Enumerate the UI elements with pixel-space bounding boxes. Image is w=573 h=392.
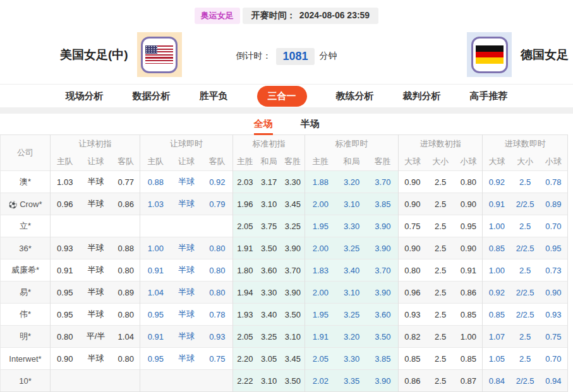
- odds-cell[interactable]: 2.00: [305, 237, 336, 259]
- odds-cell[interactable]: 0.92: [483, 282, 511, 304]
- nav-tab-5[interactable]: 教练分析: [336, 90, 374, 102]
- odds-cell[interactable]: 2.00: [305, 282, 336, 304]
- odds-cell[interactable]: 1.00: [140, 237, 171, 259]
- odds-cell[interactable]: 1.07: [483, 326, 511, 348]
- nav-tab-1[interactable]: 现场分析: [66, 90, 104, 102]
- odds-cell[interactable]: 3.90: [368, 237, 399, 259]
- odds-cell[interactable]: 2.5: [511, 326, 540, 348]
- odds-cell[interactable]: 2.5: [511, 215, 540, 237]
- odds-cell[interactable]: 半球: [171, 348, 202, 370]
- odds-cell[interactable]: 2/2.5: [511, 304, 540, 326]
- odds-cell[interactable]: 3.40: [336, 259, 368, 282]
- odds-cell[interactable]: 3.10: [336, 282, 368, 304]
- odds-cell[interactable]: 半球: [171, 326, 202, 348]
- odds-cell[interactable]: 1.05: [483, 348, 511, 370]
- odds-cell[interactable]: 3.90: [368, 282, 399, 304]
- odds-cell[interactable]: 0.80: [202, 282, 233, 304]
- odds-cell[interactable]: 3.10: [336, 193, 368, 215]
- odds-cell[interactable]: 1.91: [305, 326, 336, 348]
- odds-cell[interactable]: 1.03: [140, 193, 171, 215]
- odds-cell[interactable]: 0.90: [540, 282, 568, 304]
- odds-cell[interactable]: 2/2.5: [511, 370, 540, 392]
- odds-cell[interactable]: 0.78: [202, 304, 233, 326]
- odds-cell[interactable]: 2/2.5: [511, 282, 540, 304]
- odds-cell[interactable]: 2.02: [305, 370, 336, 392]
- odds-cell[interactable]: 2.5: [511, 348, 540, 370]
- odds-cell[interactable]: 0.95: [140, 304, 171, 326]
- odds-cell[interactable]: 0.80: [202, 237, 233, 259]
- odds-cell[interactable]: 3.85: [368, 348, 399, 370]
- odds-cell[interactable]: 1.88: [305, 171, 336, 193]
- odds-cell[interactable]: 1.83: [305, 259, 336, 282]
- odds-cell[interactable]: 3.90: [368, 370, 399, 392]
- nav-tab-4[interactable]: 三合一: [257, 86, 307, 107]
- odds-cell[interactable]: 2.05: [305, 348, 336, 370]
- odds-cell[interactable]: 3.60: [368, 304, 399, 326]
- odds-cell[interactable]: 0.75: [540, 326, 568, 348]
- column-header: 大小: [426, 153, 455, 171]
- subtab-2[interactable]: 半场: [301, 118, 320, 133]
- odds-cell[interactable]: 0.93: [202, 326, 233, 348]
- odds-cell[interactable]: 0.95: [140, 348, 171, 370]
- odds-cell[interactable]: 0.70: [540, 215, 568, 237]
- odds-cell[interactable]: 0.70: [540, 348, 568, 370]
- odds-cell[interactable]: 0.84: [483, 370, 511, 392]
- odds-cell[interactable]: 半球: [171, 237, 202, 259]
- odds-cell[interactable]: 0.94: [540, 370, 568, 392]
- odds-cell[interactable]: 3.70: [368, 171, 399, 193]
- column-header: 主队: [51, 153, 80, 171]
- odds-cell[interactable]: 3.30: [336, 348, 368, 370]
- odds-cell[interactable]: 1.95: [305, 304, 336, 326]
- subtab-1[interactable]: 全场: [254, 118, 273, 135]
- odds-cell[interactable]: 0.92: [202, 171, 233, 193]
- odds-cell[interactable]: 1.00: [483, 259, 511, 282]
- nav-tab-7[interactable]: 高手推荐: [470, 90, 508, 102]
- odds-cell[interactable]: 半球: [171, 171, 202, 193]
- odds-cell[interactable]: 0.79: [202, 193, 233, 215]
- odds-cell[interactable]: 0.85: [483, 237, 511, 259]
- odds-cell[interactable]: 半球: [171, 193, 202, 215]
- odds-cell[interactable]: 3.25: [336, 237, 368, 259]
- odds-cell[interactable]: 2.00: [305, 193, 336, 215]
- column-header: 和局: [336, 153, 368, 171]
- odds-cell[interactable]: 0.91: [483, 193, 511, 215]
- odds-cell[interactable]: 0.73: [540, 259, 568, 282]
- nav-tab-6[interactable]: 裁判分析: [403, 90, 441, 102]
- odds-cell[interactable]: 0.78: [540, 171, 568, 193]
- odds-cell[interactable]: 0.91: [140, 326, 171, 348]
- odds-cell[interactable]: 0.75: [202, 348, 233, 370]
- nav-tab-3[interactable]: 胜平负: [200, 90, 228, 102]
- odds-cell[interactable]: 3.50: [368, 326, 399, 348]
- odds-cell[interactable]: 0.89: [540, 193, 568, 215]
- odds-cell[interactable]: 半球: [171, 259, 202, 282]
- odds-cell[interactable]: 3.35: [336, 370, 368, 392]
- odds-cell: 0.95: [51, 282, 80, 304]
- odds-cell[interactable]: 1.00: [483, 215, 511, 237]
- odds-cell[interactable]: 1.04: [140, 282, 171, 304]
- table-row: 明*0.80平/半1.040.91半球0.932.053.253.101.913…: [1, 326, 568, 348]
- nav-tab-2[interactable]: 数据分析: [133, 90, 171, 102]
- odds-cell[interactable]: 0.92: [483, 171, 511, 193]
- odds-cell[interactable]: 2.5: [511, 259, 540, 282]
- odds-cell[interactable]: 0.85: [483, 304, 511, 326]
- odds-cell[interactable]: 2/2.5: [511, 237, 540, 259]
- odds-cell[interactable]: 3.70: [368, 259, 399, 282]
- odds-cell[interactable]: 2/2.5: [511, 193, 540, 215]
- odds-cell[interactable]: 3.25: [336, 304, 368, 326]
- odds-cell[interactable]: 3.20: [336, 326, 368, 348]
- odds-cell[interactable]: 1.95: [305, 215, 336, 237]
- odds-cell[interactable]: 0.91: [140, 259, 171, 282]
- odds-cell[interactable]: 3.90: [368, 215, 399, 237]
- odds-cell: 半球: [80, 282, 112, 304]
- odds-cell[interactable]: 0.88: [140, 171, 171, 193]
- odds-cell[interactable]: 0.80: [202, 259, 233, 282]
- odds-cell[interactable]: 3.85: [368, 193, 399, 215]
- odds-cell[interactable]: 2.5: [511, 171, 540, 193]
- odds-cell[interactable]: 半球: [171, 282, 202, 304]
- odds-cell[interactable]: 3.20: [336, 171, 368, 193]
- odds-cell: 0.90: [399, 171, 426, 193]
- odds-cell[interactable]: 半球: [171, 304, 202, 326]
- odds-cell[interactable]: 3.30: [336, 215, 368, 237]
- odds-cell[interactable]: 0.93: [540, 304, 568, 326]
- odds-cell[interactable]: 0.95: [540, 237, 568, 259]
